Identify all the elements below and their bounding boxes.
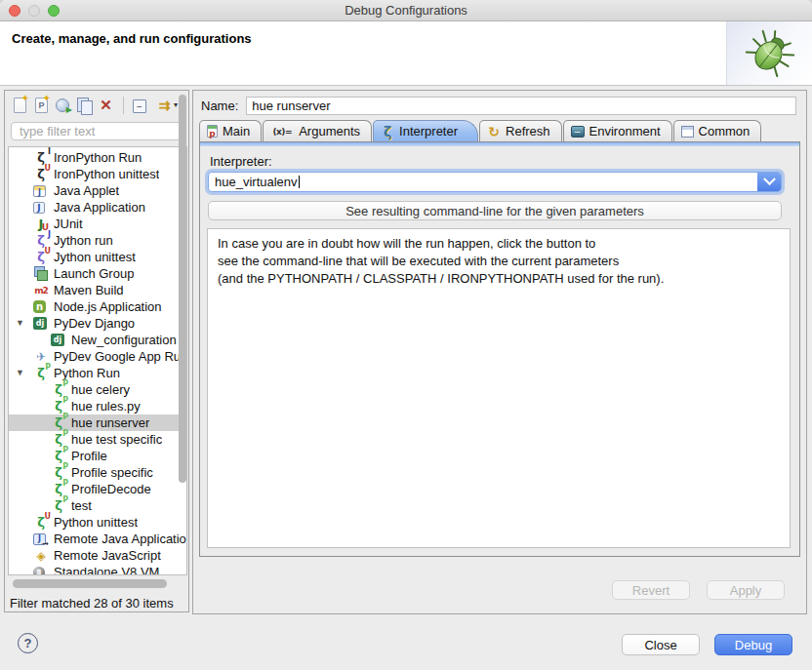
name-label: Name: [201,99,238,113]
python-config-icon [51,399,66,414]
filter-status: Filter matched 28 of 30 items [10,596,174,611]
arguments-icon [270,125,294,138]
v8-icon [33,567,45,576]
tree-item-label: Python unittest [54,515,138,530]
python-config-icon [51,382,66,397]
tree-item[interactable]: Maven Build [9,282,186,298]
tree-item-label: Java Applet [54,183,119,198]
tree-item[interactable]: Java Applet [9,182,186,199]
interpreter-info-text: In case you are in doubt how will the ru… [207,228,791,548]
interpreter-combo[interactable]: hue_virtualenv [208,172,782,192]
tree-item[interactable]: Standalone V8 VM [9,564,186,575]
python-unittest-icon [33,515,49,530]
tree-item[interactable]: IronPython unittest [9,166,186,182]
tree-item[interactable]: JUnit [9,216,186,232]
delete-config-icon[interactable] [96,96,116,115]
tree-item-label: JUnit [54,217,83,231]
name-input[interactable] [246,97,796,115]
dialog-header: Create, manage, and run configurations [0,21,812,86]
jython-icon [33,233,49,248]
tree-item-label: hue test specific [71,432,162,447]
zoom-window-icon[interactable] [48,5,60,17]
python-config-icon [51,482,66,496]
close-button[interactable]: Close [622,634,700,655]
window-title: Debug Configurations [345,3,467,18]
tree-item[interactable]: Jython run [9,232,186,249]
tab-bar: MainArgumentsInterpreterRefreshEnvironme… [199,120,800,141]
tree-item[interactable]: Node.js Application [9,298,186,315]
chevron-down-icon[interactable] [757,173,781,191]
filter-input[interactable] [11,122,183,140]
python-config-icon [51,432,66,447]
environment-icon [571,126,585,138]
titlebar[interactable]: Debug Configurations [0,0,812,21]
revert-button[interactable]: Revert [612,580,690,600]
tree-item-label: Launch Group [54,266,134,281]
tab-arguments[interactable]: Arguments [263,120,372,141]
expander-icon[interactable]: ▼ [16,368,24,377]
tab-label: Refresh [506,124,550,138]
tree-item[interactable]: hue celery [9,381,186,398]
tree-item-label: PyDev Django [54,316,135,331]
filter-config-icon[interactable] [151,96,178,115]
expander-icon[interactable]: ▼ [16,318,24,328]
tree-item[interactable]: Python unittest [9,514,186,531]
tree-item-label: Jython run [54,233,113,248]
help-button[interactable]: ? [18,633,38,653]
config-tree[interactable]: IronPython RunIronPython unittestJava Ap… [8,146,187,575]
horizontal-scrollbar[interactable] [13,579,167,588]
tree-item-label: Profile [71,449,107,463]
tree-item[interactable]: Remote JavaScript [9,547,186,564]
tree-item-label: Remote Java Application [54,532,186,546]
bug-icon [745,29,795,78]
tab-refresh[interactable]: Refresh [479,120,562,141]
duplicate-config-icon[interactable] [74,96,95,115]
new-prototype-icon[interactable] [31,96,52,115]
tree-item[interactable]: Remote Java Application [9,531,186,547]
tree-item[interactable]: hue test specific [9,431,186,448]
tab-main[interactable]: Main [199,120,262,141]
apply-button[interactable]: Apply [707,580,785,600]
tab-interpreter[interactable]: Interpreter [373,120,478,141]
tree-item[interactable]: ▼Python Run [9,365,186,381]
refresh-icon [487,125,501,138]
tree-item-label: ProfileDecode [71,482,151,496]
tree-item[interactable]: IronPython Run [9,149,186,166]
tab-label: Environment [589,124,661,138]
tree-item-label: IronPython unittest [54,167,159,181]
tree-item-label: Standalone V8 VM [54,565,159,575]
close-window-icon[interactable] [9,5,20,17]
tab-common[interactable]: Common [673,120,762,141]
tab-label: Arguments [299,124,360,138]
tree-item[interactable]: hue runserver [9,414,186,431]
django-icon [33,317,47,330]
minimize-window-icon[interactable] [28,5,40,17]
ironpython-unittest-icon [33,167,49,181]
tab-content: Interpreter: hue_virtualenv See resultin… [199,141,800,557]
tree-item-label: Node.js Application [54,299,162,314]
tab-environment[interactable]: Environment [563,120,672,141]
gae-icon [33,349,49,364]
tree-item[interactable]: ▼PyDev Django [9,315,186,332]
new-config-icon[interactable] [10,96,30,115]
tree-item[interactable]: hue rules.py [9,398,186,414]
tree-item[interactable]: Profile specific [9,464,186,481]
tree-item-label: Java Application [54,200,145,215]
tree-item[interactable]: Profile [9,448,186,464]
tree-item[interactable]: test [9,497,186,514]
tree-item[interactable]: PyDev Google App Run [9,348,186,365]
tree-item-label: New_configuration [71,333,177,347]
jython-unittest-icon [33,250,49,264]
tree-item[interactable]: ProfileDecode [9,481,186,497]
collapse-all-icon[interactable] [130,96,150,115]
vertical-scrollbar[interactable] [179,95,186,483]
remote-js-icon [33,548,49,563]
tree-item[interactable]: Jython unittest [9,249,186,265]
bug-banner [726,21,812,85]
tree-item[interactable]: New_configuration [9,332,186,348]
debug-button[interactable]: Debug [714,634,792,655]
tree-item[interactable]: Java Application [9,199,186,216]
tree-item[interactable]: Launch Group [9,265,186,282]
see-command-line-button[interactable]: See resulting command-line for the given… [208,201,782,220]
export-config-icon[interactable] [53,96,73,115]
